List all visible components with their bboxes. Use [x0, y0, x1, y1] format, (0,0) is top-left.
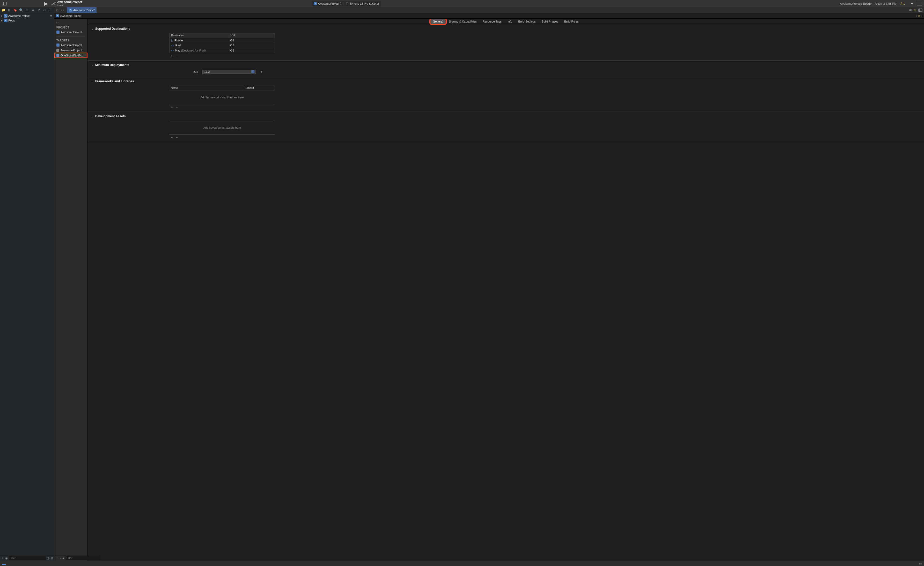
left-panel-toggle-icon[interactable]	[2, 2, 7, 5]
chevron-right-icon[interactable]: ▶	[1, 20, 3, 22]
tree-row-project[interactable]: ▶ A AwesomeProject M	[0, 14, 54, 18]
filter-input[interactable]	[9, 556, 46, 560]
status-prefix: AwesomeProject:	[840, 2, 862, 5]
add-deployment-button[interactable]: ＋	[260, 69, 263, 74]
device-icon: 📱	[345, 2, 349, 5]
debug-navigator-icon[interactable]: ⚲	[36, 8, 41, 12]
debug-filter-icon[interactable]: ▬	[2, 561, 6, 566]
nav-forward-icon[interactable]: ›	[63, 8, 64, 12]
breadcrumb-nav-back-icon[interactable]: ‹	[916, 14, 917, 17]
add-target-icon[interactable]: ＋	[56, 556, 58, 560]
remove-destination-button[interactable]: −	[174, 54, 179, 58]
add-destination-button[interactable]: ＋	[169, 54, 174, 58]
warning-icon: ⚠	[900, 2, 903, 5]
editor-options-icon[interactable]	[918, 9, 922, 12]
section-minimum-deployments[interactable]: ⌄ Minimum Deployments	[92, 63, 920, 67]
nav-back-icon[interactable]: ‹	[61, 8, 62, 12]
editor-tab[interactable]: A AwesomeProject	[67, 7, 96, 13]
status-divider: |	[873, 2, 873, 5]
project-item[interactable]: AwesomeProject	[54, 30, 87, 35]
breadcrumb-label: AwesomeProject	[60, 14, 81, 17]
issue-navigator-icon[interactable]: ⚠	[25, 8, 30, 12]
targets-section-header: TARGETS	[54, 38, 87, 42]
table-row[interactable]: ▭iPad iOS	[170, 43, 274, 48]
breadcrumb-warning-icon[interactable]: ⚠	[918, 14, 920, 17]
deploy-version-combobox[interactable]: 17.2 ⌄	[202, 70, 256, 74]
filter-scope-icon[interactable]: ◉	[5, 556, 8, 560]
tree-label: Pods	[8, 19, 53, 22]
report-navigator-icon[interactable]: ☰	[48, 8, 53, 12]
editor-tab-label: AwesomeProject	[73, 9, 94, 12]
related-items-icon[interactable]: ⊞	[56, 8, 58, 12]
vcs-status: M	[50, 15, 52, 17]
tab-resource-tags[interactable]: Resource Tags	[480, 19, 504, 24]
tag-navigator-icon[interactable]: ◈	[30, 8, 36, 12]
remove-asset-button[interactable]: −	[174, 136, 179, 139]
tab-build-rules[interactable]: Build Rules	[562, 19, 581, 24]
target-icon	[56, 44, 60, 47]
chevron-down-icon: ⌄	[92, 115, 94, 118]
add-button[interactable]: ＋	[910, 1, 914, 6]
chevron-down-icon: ⌄	[92, 64, 94, 66]
recent-icon[interactable]: ◷	[47, 556, 50, 560]
target-item-app[interactable]: AwesomeProject	[54, 42, 87, 48]
iphone-icon: ▯	[171, 39, 172, 42]
tab-general[interactable]: General	[430, 19, 446, 24]
add-asset-button[interactable]: ＋	[169, 136, 174, 139]
tab-build-settings[interactable]: Build Settings	[516, 19, 538, 24]
project-section-header: PROJECT	[54, 25, 87, 30]
chevron-right-icon[interactable]: ▶	[1, 15, 3, 17]
table-row[interactable]: ▯iPhone iOS	[170, 38, 274, 43]
bookmark-navigator-icon[interactable]: 🔖	[13, 8, 18, 12]
target-icon	[56, 49, 59, 52]
section-development-assets[interactable]: ⌄ Development Assets	[92, 114, 920, 118]
library-button[interactable]	[917, 2, 922, 5]
target-icon	[56, 54, 59, 57]
table-row[interactable]: ▭Mac (Designed for iPad) iOS	[170, 48, 274, 53]
scm-filter-icon[interactable]: ⊞	[51, 556, 53, 560]
chevron-down-icon: ⌄	[92, 80, 94, 83]
column-embed: Embed	[244, 86, 275, 90]
warning-badge[interactable]: ⚠ 1	[900, 2, 905, 5]
source-control-navigator-icon[interactable]: ⊞	[7, 8, 12, 12]
project-icon: A	[4, 19, 8, 22]
code-actions-icon[interactable]: ⇄	[909, 8, 912, 12]
filter-scope-icon[interactable]: ◉	[62, 557, 64, 560]
add-icon[interactable]: ＋	[1, 556, 4, 560]
run-button[interactable]: ▶	[44, 1, 48, 6]
add-framework-button[interactable]: ＋	[169, 105, 174, 109]
tree-row-pods[interactable]: ▶ A Pods	[0, 18, 54, 23]
column-name: Name	[169, 86, 244, 90]
breadcrumb-nav-forward-icon[interactable]: ›	[921, 14, 922, 17]
remove-target-icon[interactable]: −	[60, 556, 62, 560]
project-icon: A	[4, 14, 8, 18]
tab-build-phases[interactable]: Build Phases	[539, 19, 561, 24]
section-supported-destinations[interactable]: ⌄ Supported Destinations	[92, 27, 920, 30]
branch-icon: ⎇	[51, 1, 56, 6]
scheme-selector[interactable]: A AwesomeProject ⟩ 📱 iPhone 15 Pro (17.0…	[312, 1, 381, 6]
app-icon: A	[56, 14, 59, 17]
chevron-right-icon: ⟩	[340, 2, 341, 5]
breadcrumb-item[interactable]: A AwesomeProject	[56, 14, 81, 17]
breakpoint-navigator-icon[interactable]: ▭	[42, 8, 47, 12]
tab-info[interactable]: Info	[505, 19, 515, 24]
find-navigator-icon[interactable]: 🔍	[19, 8, 24, 12]
device-name: iPhone 15 Pro (17.0.1)	[350, 2, 379, 5]
project-title: AwesomeProject	[57, 0, 82, 4]
target-label: AwesomeProject	[61, 44, 82, 47]
tab-signing[interactable]: Signing & Capabilities	[447, 19, 479, 24]
column-sdk: SDK	[228, 33, 274, 38]
remove-framework-button[interactable]: −	[174, 105, 179, 109]
target-item-onesignal[interactable]: OneSignalNotificati...	[54, 53, 87, 58]
target-label: OneSignalNotificati...	[61, 54, 85, 57]
status-time: Today at 3:08 PM	[874, 2, 897, 5]
toolbar: ▶ ⎇ AwesomeProject main A AwesomeProject…	[0, 0, 924, 7]
project-navigator-icon[interactable]: 📁	[1, 8, 6, 12]
warning-count: 1	[903, 2, 905, 5]
target-item-tests[interactable]: AwesomeProjectTests	[54, 48, 87, 53]
debug-area-toggle-icon[interactable]: ▭	[919, 562, 922, 566]
document-outline-icon[interactable]: ▭	[56, 21, 58, 24]
warning-indicator-icon[interactable]: ⚠	[914, 8, 916, 12]
debug-area-bar: ▬ ▭	[0, 561, 924, 566]
section-frameworks[interactable]: ⌄ Frameworks and Libraries	[92, 80, 920, 83]
